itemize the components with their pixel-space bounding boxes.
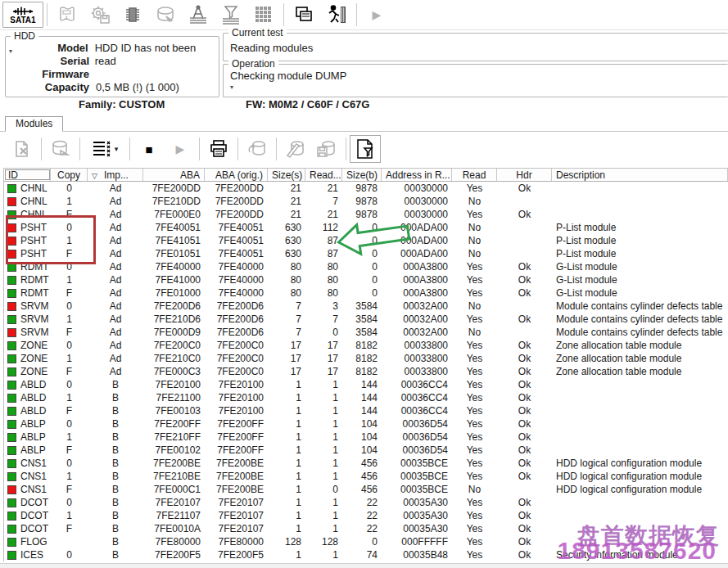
table-row[interactable]: FLOGB7FE800007FE800001281280000FFFFFYesO… <box>4 535 728 548</box>
table-row[interactable]: CNS10B7FE200BE7FE200BE1145600035BCEYesOk… <box>4 457 728 470</box>
rom-chip-button[interactable] <box>116 2 149 28</box>
table-row[interactable]: ABLD1B7FE211007FE201001114400036CC4YesOk <box>4 391 728 404</box>
write-module-button[interactable] <box>280 135 311 163</box>
column-header-address[interactable]: Address in R... <box>382 169 452 181</box>
table-row[interactable]: ABLPFB7FE001027FE200FF1110400036D54YesOk <box>4 444 728 457</box>
table-row[interactable]: DCOT0B7FE201077FE20107112200035A30YesOk <box>4 496 728 509</box>
cell-aba_orig: 7FE200DD <box>205 195 268 208</box>
cell-copy: F <box>51 404 88 417</box>
cell-aba: 7FE000C1 <box>143 483 205 496</box>
cell-read: Yes <box>452 457 497 470</box>
column-header-size_s[interactable]: Size(s) <box>268 169 305 181</box>
column-header-aba[interactable]: ABA <box>143 169 205 181</box>
table-row[interactable]: ABLP1B7FE210FF7FE200FF1110400036D54YesOk <box>4 431 728 444</box>
copy-pages-icon <box>293 5 314 25</box>
column-header-read_s[interactable]: Read... <box>305 169 342 181</box>
cell-imp: B <box>88 391 143 404</box>
table-row[interactable]: CHNLFAd7FE000E07FE200DD2121987800030000Y… <box>4 208 728 221</box>
cell-aba_orig: 7FE20100 <box>205 378 268 391</box>
table-row[interactable]: ABLD0B7FE201007FE201001114400036CC4YesOk <box>4 378 728 391</box>
table-row[interactable]: ZONE0Ad7FE200C07FE200C01717818200033800Y… <box>4 339 728 352</box>
sector-map-button[interactable] <box>247 2 280 28</box>
column-header-hdr[interactable]: Hdr <box>497 169 552 181</box>
table-row[interactable]: CNS11B7FE210BE7FE200BE1145600035BCEYesOk… <box>4 470 728 483</box>
table-row[interactable]: DCOT1B7FE211077FE20107112200035A30YesOk <box>4 509 728 522</box>
restore-module-button[interactable] <box>242 135 273 163</box>
table-row[interactable]: RDMT1Ad7FE410007FE4000080800000A3800YesO… <box>4 273 728 286</box>
table-row[interactable]: RDMTFAd7FE010007FE4000080800000A3800YesO… <box>4 286 728 300</box>
start-button[interactable]: ▶ <box>165 135 196 163</box>
toolbar-more-button[interactable]: ▶ <box>360 2 393 28</box>
cell-size_b: 22 <box>342 496 382 509</box>
table-row[interactable]: ZONE1Ad7FE210C07FE200C01717818200033800Y… <box>4 352 728 365</box>
column-header-id[interactable]: ID <box>4 169 51 181</box>
cell-id: ABLD <box>4 378 51 391</box>
cell-copy: 0 <box>51 260 88 273</box>
print-button[interactable] <box>203 135 234 163</box>
cell-aba_orig: 7FE40000 <box>205 273 268 286</box>
column-header-size_b[interactable]: Size(b) <box>342 169 382 181</box>
status-square-green <box>7 184 16 193</box>
current-test-title: Current test <box>228 27 287 38</box>
filter-icon[interactable]: ▽ <box>92 172 97 180</box>
column-header-description[interactable]: Description <box>552 169 728 181</box>
drive-resources-button[interactable] <box>149 2 182 28</box>
windows-list-button[interactable] <box>287 2 320 28</box>
tab-modules[interactable]: Modules <box>5 116 63 132</box>
cell-imp: B <box>88 404 143 417</box>
sata-port-button[interactable]: SATA1 <box>2 2 43 28</box>
table-row[interactable]: PSHT0Ad7FE400517FE400516301120000ADA00No… <box>4 221 728 234</box>
column-header-aba_orig[interactable]: ABA (orig.) <box>205 169 268 181</box>
table-row[interactable]: PSHTFAd7FE010517FE40051630870000ADA00NoP… <box>4 247 728 260</box>
column-header-read[interactable]: Read <box>452 169 497 181</box>
table-row[interactable]: ABLP0B7FE200FF7FE200FF1110400036D54YesOk <box>4 417 728 431</box>
cell-size_s: 1 <box>268 496 305 509</box>
cell-size_b: 0 <box>342 286 382 300</box>
table-row[interactable]: ABLDFB7FE001037FE201001114400036CC4YesOk <box>4 404 728 417</box>
gear-floppy-icon <box>89 5 111 25</box>
table-row[interactable]: SRVM0Ad7FE200D67FE200D673358400032A00NoM… <box>4 300 728 313</box>
table-row[interactable]: PSHT1Ad7FE410517FE40051630870000ADA00NoP… <box>4 234 728 247</box>
cell-imp: B <box>88 378 143 391</box>
translator-button[interactable] <box>215 2 247 28</box>
status-square-red <box>7 250 16 259</box>
cell-read_s: 1 <box>305 509 342 522</box>
cell-id: RDMT <box>4 273 51 286</box>
settings-save-button[interactable] <box>84 2 116 28</box>
save-dump-button[interactable] <box>45 135 76 163</box>
save-module-to-file-button[interactable] <box>311 135 342 163</box>
read-modules-button[interactable]: ▾ <box>84 135 126 163</box>
cell-imp: B <box>88 431 143 444</box>
table-row[interactable]: CHNL0Ad7FE200DD7FE200DD2121987800030000Y… <box>4 182 728 195</box>
toolbar-separator <box>283 3 284 26</box>
operation-caret-icon[interactable]: ▾ <box>230 84 233 91</box>
table-row[interactable]: DCOTFB7FE0010A7FE20107112200035A30YesOk <box>4 522 728 535</box>
cell-read_s: 7 <box>305 313 342 326</box>
status-square-green <box>7 210 16 219</box>
column-header-imp[interactable]: ▽Imp... <box>88 169 143 181</box>
table-row[interactable]: RDMT0Ad7FE400007FE4000080800000A3800YesO… <box>4 260 728 273</box>
cell-id: CHNL <box>4 208 51 221</box>
cell-read_s: 1 <box>305 548 342 561</box>
grid-icon <box>254 5 274 25</box>
dump-filter-button[interactable] <box>350 135 381 163</box>
table-row[interactable]: SRVM1Ad7FE210D67FE200D677358400032A00Yes… <box>4 313 728 326</box>
stop-button[interactable]: ■ <box>133 135 165 163</box>
run-test-button[interactable] <box>320 2 353 28</box>
cell-address: 000ADA00 <box>382 221 452 234</box>
cell-read_s: 17 <box>305 339 342 352</box>
table-row[interactable]: CHNL1Ad7FE210DD7FE200DD217987800030000No <box>4 195 728 208</box>
cell-read_s: 7 <box>305 195 342 208</box>
table-row[interactable]: ICES0B7FE200F57FE200F5117400035B48YesOkS… <box>4 548 728 561</box>
heads-test-button[interactable] <box>182 2 215 28</box>
delete-module-button[interactable] <box>7 135 38 163</box>
cell-read_s: 128 <box>305 535 342 548</box>
table-row[interactable]: ZONEFAd7FE000C37FE200C01717818200033800Y… <box>4 365 728 378</box>
read-modules-dropdown-icon[interactable]: ▾ <box>115 145 119 153</box>
cell-size_b: 104 <box>342 417 382 431</box>
table-row[interactable]: CNS1FB7FE000C17FE200BE1045600035BCENoHDD… <box>4 483 728 496</box>
hdd-id-button[interactable]: i <box>51 2 84 28</box>
cell-aba: 7FE41051 <box>143 234 205 247</box>
table-row[interactable]: SRVMFAd7FE000D97FE200D670358400032A00NoM… <box>4 326 728 339</box>
column-header-copy[interactable]: Copy <box>51 169 88 181</box>
